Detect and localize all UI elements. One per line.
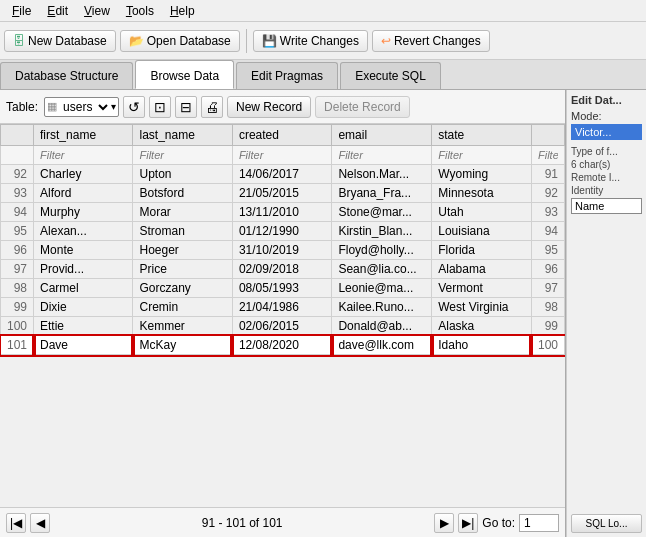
cell-id: 98 xyxy=(1,279,34,298)
right-panel-title: Edit Dat... xyxy=(571,94,642,106)
table-row[interactable]: 92 Charley Upton 14/06/2017 Nelson.Mar..… xyxy=(1,165,565,184)
next-page-button[interactable]: ▶ xyxy=(434,513,454,533)
table-row[interactable]: 93 Alford Botsford 21/05/2015 Bryana_Fra… xyxy=(1,184,565,203)
cell-email: Stone@mar... xyxy=(332,203,432,222)
table-icon: ▦ xyxy=(47,100,57,113)
export-button[interactable]: 🖨 xyxy=(201,96,223,118)
cell-id: 96 xyxy=(1,241,34,260)
filter-email-input[interactable] xyxy=(338,149,425,161)
filter-created-cell[interactable] xyxy=(232,146,332,165)
cell-created: 13/11/2010 xyxy=(232,203,332,222)
cell-id: 92 xyxy=(1,165,34,184)
filter-last-name-cell[interactable] xyxy=(133,146,232,165)
filter-last-name-input[interactable] xyxy=(139,149,225,161)
filter-row xyxy=(1,146,565,165)
sql-log-button[interactable]: SQL Lo... xyxy=(571,514,642,533)
cell-state: Vermont xyxy=(432,279,532,298)
print-button[interactable]: ⊟ xyxy=(175,96,197,118)
menu-tools[interactable]: Tools xyxy=(118,2,162,20)
write-changes-button[interactable]: 💾 Write Changes xyxy=(253,30,368,52)
col-created[interactable]: created xyxy=(232,125,332,146)
filter-state-input[interactable] xyxy=(438,149,525,161)
filter-button[interactable]: ⊡ xyxy=(149,96,171,118)
col-email[interactable]: email xyxy=(332,125,432,146)
col-state[interactable]: state xyxy=(432,125,532,146)
write-changes-label: Write Changes xyxy=(280,34,359,48)
filter-num-cell[interactable] xyxy=(531,146,564,165)
filter-first-name-input[interactable] xyxy=(40,149,126,161)
filter-first-name-cell[interactable] xyxy=(34,146,133,165)
data-table: first_name last_name created email state xyxy=(0,124,565,355)
cell-created: 12/08/2020 xyxy=(232,336,332,355)
col-last-name[interactable]: last_name xyxy=(133,125,232,146)
cell-num: 98 xyxy=(531,298,564,317)
tab-database-structure[interactable]: Database Structure xyxy=(0,62,133,89)
table-row[interactable]: 100 Ettie Kemmer 02/06/2015 Donald@ab...… xyxy=(1,317,565,336)
cell-created: 31/10/2019 xyxy=(232,241,332,260)
tab-execute-sql[interactable]: Execute SQL xyxy=(340,62,441,89)
col-id xyxy=(1,125,34,146)
cell-state: Alaska xyxy=(432,317,532,336)
filter-num-input[interactable] xyxy=(538,149,558,161)
cell-id: 100 xyxy=(1,317,34,336)
cell-last-name: Morar xyxy=(133,203,232,222)
cell-id: 99 xyxy=(1,298,34,317)
cell-state: West Virginia xyxy=(432,298,532,317)
table-row[interactable]: 99 Dixie Cremin 21/04/1986 Kailee.Runo..… xyxy=(1,298,565,317)
cell-last-name: Upton xyxy=(133,165,232,184)
prev-page-button[interactable]: ◀ xyxy=(30,513,50,533)
write-changes-icon: 💾 xyxy=(262,34,277,48)
table-row[interactable]: 98 Carmel Gorczany 08/05/1993 Leonie@ma.… xyxy=(1,279,565,298)
cell-id: 95 xyxy=(1,222,34,241)
filter-created-input[interactable] xyxy=(239,149,326,161)
remote-label: Remote I... xyxy=(571,172,642,183)
goto-input[interactable] xyxy=(519,514,559,532)
cell-state: Utah xyxy=(432,203,532,222)
filter-state-cell[interactable] xyxy=(432,146,532,165)
cell-created: 08/05/1993 xyxy=(232,279,332,298)
mode-value: Victor... xyxy=(571,124,642,140)
table-row[interactable]: 97 Provid... Price 02/09/2018 Sean@lia.c… xyxy=(1,260,565,279)
col-first-name[interactable]: first_name xyxy=(34,125,133,146)
table-row[interactable]: 95 Alexan... Stroman 01/12/1990 Kirstin_… xyxy=(1,222,565,241)
first-page-button[interactable]: |◀ xyxy=(6,513,26,533)
cell-email: Leonie@ma... xyxy=(332,279,432,298)
cell-num: 94 xyxy=(531,222,564,241)
cell-num: 92 xyxy=(531,184,564,203)
revert-changes-button[interactable]: ↩ Revert Changes xyxy=(372,30,490,52)
filter-id-cell xyxy=(1,146,34,165)
cell-first-name: Dixie xyxy=(34,298,133,317)
refresh-table-button[interactable]: ↺ xyxy=(123,96,145,118)
cell-last-name: Botsford xyxy=(133,184,232,203)
cell-id: 101 xyxy=(1,336,34,355)
menu-edit[interactable]: Edit xyxy=(39,2,76,20)
delete-record-button[interactable]: Delete Record xyxy=(315,96,410,118)
tab-edit-pragmas[interactable]: Edit Pragmas xyxy=(236,62,338,89)
table-select[interactable]: users xyxy=(57,99,111,115)
table-row[interactable]: 94 Murphy Morar 13/11/2010 Stone@mar... … xyxy=(1,203,565,222)
table-select-wrap: ▦ users ▾ xyxy=(44,97,119,117)
menu-view[interactable]: View xyxy=(76,2,118,20)
tab-browse-data[interactable]: Browse Data xyxy=(135,60,234,89)
cell-email: Floyd@holly... xyxy=(332,241,432,260)
cell-state: Alabama xyxy=(432,260,532,279)
cell-last-name: McKay xyxy=(133,336,232,355)
last-page-button[interactable]: ▶| xyxy=(458,513,478,533)
cell-last-name: Gorczany xyxy=(133,279,232,298)
menu-file[interactable]: File xyxy=(4,2,39,20)
new-record-button[interactable]: New Record xyxy=(227,96,311,118)
cell-state: Idaho xyxy=(432,336,532,355)
open-database-button[interactable]: 📂 Open Database xyxy=(120,30,240,52)
table-row[interactable]: 96 Monte Hoeger 31/10/2019 Floyd@holly..… xyxy=(1,241,565,260)
cell-email: Bryana_Fra... xyxy=(332,184,432,203)
cell-first-name: Alford xyxy=(34,184,133,203)
menu-help[interactable]: Help xyxy=(162,2,203,20)
table-row[interactable]: 101 Dave McKay 12/08/2020 dave@llk.com I… xyxy=(1,336,565,355)
new-database-button[interactable]: 🗄 New Database xyxy=(4,30,116,52)
goto-label: Go to: xyxy=(482,516,515,530)
cell-first-name: Provid... xyxy=(34,260,133,279)
filter-email-cell[interactable] xyxy=(332,146,432,165)
left-panel: Table: ▦ users ▾ ↺ ⊡ ⊟ 🖨 New Record Dele… xyxy=(0,90,566,537)
page-range: 91 - 101 of 101 xyxy=(54,516,430,530)
main-layout: Table: ▦ users ▾ ↺ ⊡ ⊟ 🖨 New Record Dele… xyxy=(0,90,646,537)
